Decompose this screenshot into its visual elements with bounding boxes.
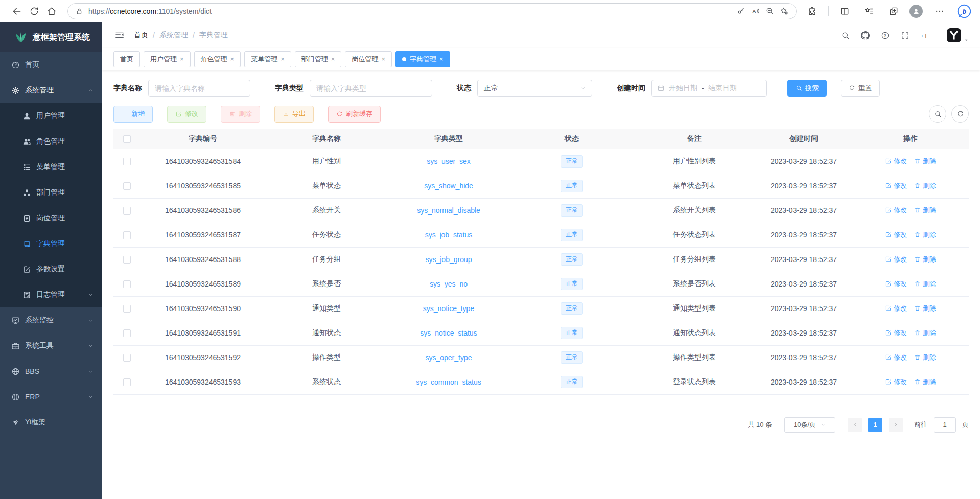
tab-user-mgmt[interactable]: 用户管理× — [144, 51, 191, 67]
sidebar-item-system-monitor[interactable]: 系统监控 — [0, 307, 102, 333]
tab-close-icon[interactable]: × — [439, 55, 444, 63]
sidebar-item-erp[interactable]: ERP — [0, 384, 102, 410]
row-edit-button[interactable]: 修改 — [885, 304, 907, 313]
edit-button[interactable]: 修改 — [167, 106, 206, 123]
row-checkbox[interactable] — [123, 256, 131, 264]
row-edit-button[interactable]: 修改 — [885, 206, 907, 215]
row-edit-button[interactable]: 修改 — [885, 353, 907, 362]
add-favorite-button[interactable] — [777, 4, 791, 18]
row-checkbox[interactable] — [123, 182, 131, 190]
tab-close-icon[interactable]: × — [331, 55, 335, 63]
sidebar-item-system-tools[interactable]: 系统工具 — [0, 333, 102, 359]
breadcrumb-home[interactable]: 首页 — [134, 31, 148, 40]
sidebar-item-role-mgmt[interactable]: 角色管理 — [0, 129, 102, 154]
sidebar-fold-button[interactable] — [113, 29, 126, 41]
split-screen-button[interactable] — [836, 3, 853, 20]
browser-menu-button[interactable] — [931, 3, 948, 20]
dict-type-link[interactable]: sys_notice_type — [423, 304, 474, 313]
row-delete-button[interactable]: 删除 — [914, 181, 936, 191]
sidebar-item-bbs[interactable]: BBS — [0, 359, 102, 384]
password-button[interactable] — [734, 4, 748, 18]
sidebar-item-dict-mgmt[interactable]: 字典管理 — [0, 231, 102, 256]
tab-dept-mgmt[interactable]: 部门管理× — [295, 51, 342, 67]
row-delete-button[interactable]: 删除 — [914, 230, 936, 240]
address-bar[interactable]: https://ccnetcore.com:1101/system/dict — [67, 3, 797, 19]
export-button[interactable]: 导出 — [274, 106, 314, 123]
row-checkbox[interactable] — [123, 329, 131, 337]
row-delete-button[interactable]: 删除 — [914, 279, 936, 289]
dict-type-link[interactable]: sys_show_hide — [424, 182, 473, 190]
show-search-toggle-button[interactable] — [929, 105, 946, 123]
select-all-checkbox[interactable] — [123, 135, 131, 143]
help-button[interactable] — [879, 30, 891, 41]
date-range-picker[interactable]: 开始日期 - 结束日期 — [651, 80, 767, 97]
row-checkbox[interactable] — [123, 378, 131, 386]
sidebar-item-dept-mgmt[interactable]: 部门管理 — [0, 180, 102, 205]
row-edit-button[interactable]: 修改 — [885, 157, 907, 166]
home-button[interactable] — [43, 3, 60, 20]
row-edit-button[interactable]: 修改 — [885, 279, 907, 289]
add-button[interactable]: 新增 — [113, 106, 153, 123]
favorites-button[interactable] — [860, 3, 878, 20]
row-delete-button[interactable]: 删除 — [914, 157, 936, 166]
row-checkbox[interactable] — [123, 280, 131, 288]
tab-close-icon[interactable]: × — [381, 55, 385, 63]
row-delete-button[interactable]: 删除 — [914, 255, 936, 264]
page-1-button[interactable]: 1 — [868, 418, 882, 432]
tab-role-mgmt[interactable]: 角色管理× — [194, 51, 241, 67]
sidebar-item-post-mgmt[interactable]: 岗位管理 — [0, 205, 102, 231]
tab-post-mgmt[interactable]: 岗位管理× — [345, 51, 392, 67]
row-edit-button[interactable]: 修改 — [885, 255, 907, 264]
github-button[interactable] — [859, 30, 871, 41]
row-checkbox[interactable] — [123, 305, 131, 313]
dict-type-link[interactable]: sys_normal_disable — [417, 206, 480, 215]
breadcrumb-system-mgmt[interactable]: 系统管理 — [159, 31, 188, 40]
sidebar-item-menu-mgmt[interactable]: 菜单管理 — [0, 154, 102, 180]
sidebar-item-log-mgmt[interactable]: 日志管理 — [0, 282, 102, 307]
search-button[interactable]: 搜索 — [787, 80, 827, 97]
dict-type-link[interactable]: sys_oper_type — [425, 353, 472, 362]
end-date-placeholder[interactable]: 结束日期 — [708, 84, 737, 93]
tab-close-icon[interactable]: × — [281, 55, 285, 63]
reload-button[interactable] — [26, 3, 43, 20]
dict-type-link[interactable]: sys_job_status — [425, 231, 473, 239]
reset-button[interactable]: 重置 — [841, 80, 880, 97]
sidebar-item-user-mgmt[interactable]: 用户管理 — [0, 103, 102, 129]
dict-type-input[interactable] — [310, 80, 432, 97]
read-aloud-button[interactable] — [748, 4, 762, 18]
goto-page-input[interactable] — [934, 417, 956, 433]
row-edit-button[interactable]: 修改 — [885, 377, 907, 387]
bing-chat-button[interactable]: b — [955, 3, 973, 20]
row-edit-button[interactable]: 修改 — [885, 230, 907, 240]
extensions-button[interactable] — [804, 3, 821, 20]
dict-type-link[interactable]: sys_yes_no — [430, 280, 468, 288]
tab-dict-mgmt[interactable]: 字典管理× — [395, 51, 450, 67]
row-checkbox[interactable] — [123, 231, 131, 239]
user-dropdown[interactable] — [946, 28, 969, 43]
prev-page-button[interactable] — [848, 418, 862, 432]
row-delete-button[interactable]: 删除 — [914, 377, 936, 387]
app-logo[interactable]: 意框架管理系统 — [0, 22, 102, 52]
dict-type-link[interactable]: sys_common_status — [416, 378, 481, 386]
dict-type-link[interactable]: sys_user_sex — [427, 157, 471, 165]
refresh-table-button[interactable] — [951, 105, 969, 123]
row-delete-button[interactable]: 删除 — [914, 304, 936, 313]
start-date-placeholder[interactable]: 开始日期 — [669, 84, 697, 93]
page-size-select[interactable]: 10条/页 — [784, 417, 835, 433]
sidebar-item-home[interactable]: 首页 — [0, 52, 102, 78]
next-page-button[interactable] — [889, 418, 903, 432]
status-select[interactable]: 正常 — [477, 80, 592, 97]
header-search-button[interactable] — [839, 30, 851, 41]
row-checkbox[interactable] — [123, 354, 131, 362]
row-checkbox[interactable] — [123, 158, 131, 165]
refresh-cache-button[interactable]: 刷新缓存 — [328, 106, 381, 123]
sidebar-item-param-settings[interactable]: 参数设置 — [0, 256, 102, 282]
row-delete-button[interactable]: 删除 — [914, 353, 936, 362]
row-delete-button[interactable]: 删除 — [914, 206, 936, 215]
collections-button[interactable] — [885, 3, 902, 20]
row-delete-button[interactable]: 删除 — [914, 328, 936, 338]
tab-menu-mgmt[interactable]: 菜单管理× — [244, 51, 291, 67]
row-edit-button[interactable]: 修改 — [885, 181, 907, 191]
font-size-button[interactable] — [919, 30, 930, 41]
sidebar-item-yi-framework[interactable]: Yi框架 — [0, 410, 102, 435]
